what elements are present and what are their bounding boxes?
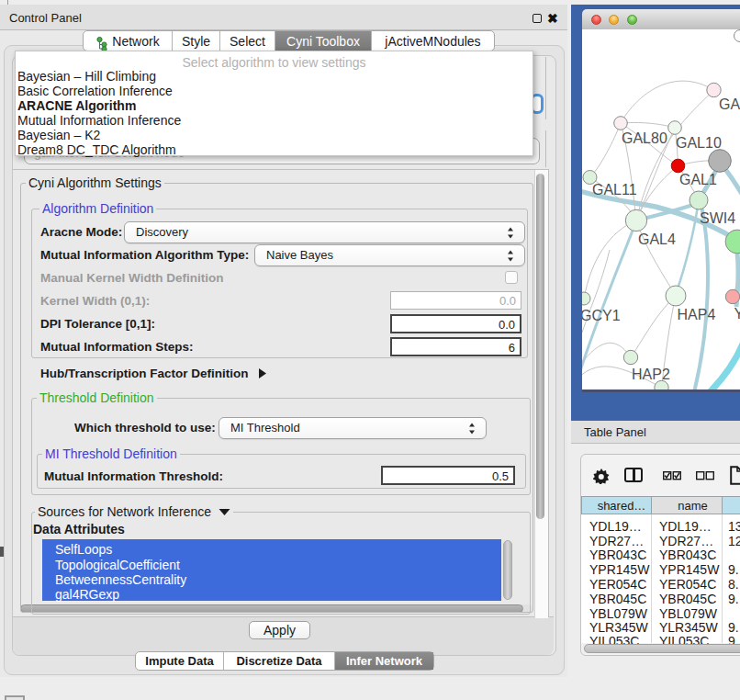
svg-text:GAL1: GAL1: [679, 172, 717, 187]
svg-text:GAL80: GAL80: [622, 130, 667, 146]
svg-text:GAL11: GAL11: [592, 182, 637, 198]
svg-text:HAP2: HAP2: [632, 367, 670, 382]
svg-text:Y: Y: [734, 306, 740, 322]
svg-text:HAP4: HAP4: [678, 307, 716, 322]
svg-text:SWI4: SWI4: [700, 210, 735, 226]
svg-text:GAL10: GAL10: [676, 135, 722, 151]
svg-text:GAL4: GAL4: [638, 231, 676, 247]
svg-text:GAL2: GAL2: [719, 96, 740, 112]
svg-text:GCY1: GCY1: [582, 308, 621, 323]
